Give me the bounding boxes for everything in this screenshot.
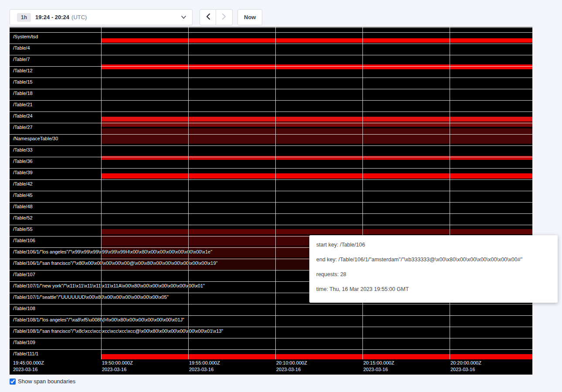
- row-label: /Table/24: [13, 113, 33, 118]
- span-boundary-line: [10, 157, 532, 157]
- heat-band: [101, 173, 532, 179]
- span-boundary-line: [10, 349, 532, 350]
- row-label: /Table/15: [13, 79, 33, 84]
- footer-controls: Show span boundaries: [10, 378, 562, 385]
- heat-band: [101, 354, 532, 359]
- timezone-label: (UTC): [71, 14, 87, 20]
- row-label: /Table/12: [13, 68, 33, 73]
- row-label: /Table/108/1/"san francisco"/"\x8c\xcc\x…: [13, 328, 223, 334]
- time-range-selector[interactable]: 1h 19:24 - 20:24 (UTC): [10, 9, 193, 25]
- row-label: /Table/42: [13, 181, 33, 186]
- row-label: /Table/45: [13, 193, 33, 198]
- row-label: /Table/108: [13, 306, 35, 311]
- key-visualizer-canvas[interactable]: start key: /Table/106end key: /Table/106…: [10, 27, 532, 375]
- row-label: /Table/52: [13, 215, 33, 220]
- row-label: /Table/27: [13, 125, 33, 130]
- span-boundary-line: [10, 123, 532, 123]
- row-label: /Table/107/1/"seattle"/"UUUUUUD\x00\x80\…: [13, 294, 169, 300]
- time-nav-group: [200, 9, 233, 25]
- row-label: /Table/21: [13, 102, 33, 107]
- row-label: /Table/36: [13, 159, 33, 164]
- prev-time-button[interactable]: [200, 9, 216, 25]
- span-boundary-line: [10, 315, 532, 316]
- time-gridline: [101, 27, 102, 359]
- key-visualizer-page: 1h 19:24 - 20:24 (UTC) Now start key: /T…: [0, 0, 562, 385]
- time-range-label: 19:24 - 20:24: [35, 14, 69, 20]
- now-button[interactable]: Now: [237, 9, 262, 25]
- time-tick-label: 19:45:00.000Z2023-03-16: [13, 360, 44, 373]
- tick-date: 2023-03-16: [102, 366, 133, 373]
- row-label: /Table/106/1/"san francisco"/"\x80\x00\x…: [13, 260, 218, 266]
- span-boundary-line: [10, 202, 532, 203]
- row-label: /Table/7: [13, 57, 30, 62]
- span-boundary-line: [10, 225, 532, 225]
- row-label: /System/tsd: [13, 34, 38, 39]
- time-gridline: [362, 27, 363, 359]
- span-boundary-line: [10, 213, 532, 214]
- time-tick-label: 20:15:00.000Z2023-03-16: [363, 360, 394, 373]
- chevron-left-icon: [206, 14, 210, 21]
- chevron-right-icon: [222, 14, 226, 21]
- tick-date: 2023-03-16: [189, 366, 220, 373]
- tick-time: 19:45:00.000Z: [13, 360, 44, 366]
- tooltip-line: time: Thu, 16 Mar 2023 19:55:00 GMT: [316, 286, 551, 293]
- span-boundary-line: [10, 304, 532, 304]
- span-boundary-line: [10, 55, 532, 55]
- span-boundary-line: [10, 32, 532, 33]
- row-label: /Table/108/1/"los angeles"/"\xa8\xf5\u00…: [13, 317, 184, 322]
- tick-time: 19:55:00.000Z: [189, 360, 220, 366]
- chevron-down-icon: [181, 16, 186, 19]
- row-label: /Table/109: [13, 340, 35, 345]
- row-label: /Table/107/1/"new york"/"\x11\x11\x11\x1…: [13, 283, 205, 288]
- time-tick-label: 20:20:00.000Z2023-03-16: [450, 360, 481, 373]
- row-label: /Table/39: [13, 170, 33, 175]
- time-gridline: [275, 27, 276, 359]
- row-label: /Table/111/1: [13, 351, 38, 356]
- heat-band: [101, 128, 532, 144]
- time-tick-label: 19:50:00.000Z2023-03-16: [102, 360, 133, 373]
- span-boundary-line: [10, 44, 532, 44]
- span-boundary-line: [10, 191, 532, 191]
- heat-band: [101, 117, 532, 122]
- tick-time: 20:10:00.000Z: [276, 360, 307, 366]
- span-boundary-line: [10, 134, 532, 135]
- span-boundary-line: [10, 338, 532, 338]
- show-span-boundaries-checkbox[interactable]: [10, 378, 16, 385]
- span-boundary-line: [10, 179, 532, 180]
- span-boundary-line: [10, 168, 532, 169]
- row-label: /Table/48: [13, 204, 33, 209]
- tick-date: 2023-03-16: [276, 366, 307, 373]
- row-label: /Table/33: [13, 147, 33, 152]
- row-label: /Table/106: [13, 238, 35, 243]
- row-label: /NamespaceTable/30: [13, 136, 58, 141]
- tick-time: 20:20:00.000Z: [450, 360, 481, 366]
- next-time-button[interactable]: [216, 9, 233, 25]
- span-boundary-line: [10, 27, 532, 28]
- heat-band: [101, 64, 532, 69]
- span-boundary-line: [10, 112, 532, 112]
- tick-time: 20:15:00.000Z: [363, 360, 394, 366]
- span-tooltip: start key: /Table/106end key: /Table/106…: [309, 235, 558, 303]
- show-span-boundaries-label[interactable]: Show span boundaries: [18, 378, 75, 385]
- span-boundary-line: [10, 66, 532, 67]
- tooltip-line: start key: /Table/106: [316, 241, 551, 248]
- time-tick-label: 20:10:00.000Z2023-03-16: [276, 360, 307, 373]
- heat-band: [101, 38, 532, 43]
- tooltip-line: requests: 28: [316, 271, 551, 278]
- row-label: /Table/107: [13, 272, 35, 277]
- heat-band: [101, 229, 532, 234]
- time-gridline: [450, 27, 450, 359]
- time-gridline: [188, 27, 189, 359]
- span-boundary-line: [10, 89, 532, 89]
- time-preset-badge: 1h: [17, 13, 31, 22]
- span-boundary-line: [10, 100, 532, 101]
- row-label: /Table/18: [13, 91, 33, 96]
- row-label: /Table/4: [13, 45, 30, 51]
- tick-date: 2023-03-16: [450, 366, 481, 373]
- time-tick-label: 19:55:00.000Z2023-03-16: [189, 360, 220, 373]
- span-boundary-line: [10, 327, 532, 327]
- row-label: /Table/106/1/"los angeles"/"\x99\x99\x99…: [13, 249, 212, 254]
- span-boundary-line: [10, 145, 532, 146]
- tick-time: 19:50:00.000Z: [102, 360, 133, 366]
- span-boundary-line: [10, 78, 532, 78]
